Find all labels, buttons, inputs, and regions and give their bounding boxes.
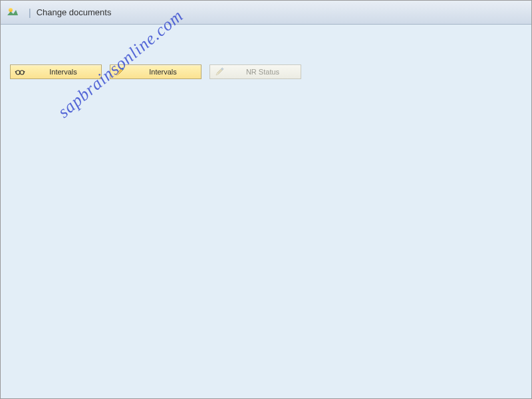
page-title: Change documents [37, 7, 112, 17]
toolbar-row: Intervals Intervals NR Status [10, 65, 522, 79]
pencil-icon [214, 66, 225, 77]
app-icon [7, 7, 18, 18]
svg-point-2 [20, 70, 24, 74]
titlebar: | Change documents [1, 1, 531, 25]
nr-status-button: NR Status [209, 65, 301, 79]
svg-point-1 [16, 70, 20, 74]
intervals-edit-button[interactable]: Intervals [110, 65, 201, 79]
pencil-icon [114, 66, 125, 77]
glasses-icon [15, 66, 25, 77]
intervals-edit-label: Intervals [129, 68, 197, 76]
intervals-display-button[interactable]: Intervals [10, 65, 102, 79]
titlebar-divider: | [29, 7, 31, 18]
content-area: sapbrainsonline.com Intervals [1, 25, 531, 398]
svg-point-0 [9, 8, 13, 12]
nr-status-label: NR Status [229, 68, 297, 76]
intervals-display-label: Intervals [29, 68, 97, 76]
